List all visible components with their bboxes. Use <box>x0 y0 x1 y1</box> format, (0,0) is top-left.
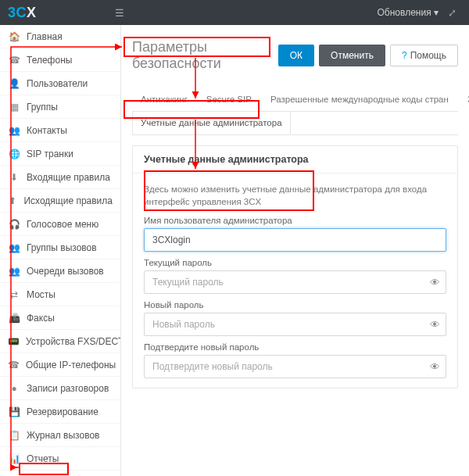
sidebar-item-queues[interactable]: 👥Очереди вызовов <box>0 259 120 283</box>
sidebar-item-label: Отчеты <box>27 453 59 464</box>
globe-icon: 🌐 <box>8 149 20 159</box>
sidebar-item-backup[interactable]: 💾Резервирование <box>0 400 120 424</box>
eye-icon[interactable]: 👁 <box>430 319 440 331</box>
panel-title: Учетные данные администратора <box>133 146 457 174</box>
sidebar-item-label: Группы вызовов <box>27 242 97 253</box>
sidebar-item-label: SIP транки <box>27 149 73 159</box>
sidebar-item-users[interactable]: 👤Пользователи <box>0 72 120 95</box>
tab-bar-row2: Учетные данные администратора <box>132 111 458 135</box>
sidebar-item-label: Мосты <box>27 289 55 300</box>
sidebar-item-recordings[interactable]: ●Записи разговоров <box>0 377 120 400</box>
current-password-label: Текущий пароль <box>144 258 446 267</box>
upload-icon: ⬆ <box>8 195 17 206</box>
sidebar-item-chat-log[interactable]: 📋Журнал чатов <box>0 471 120 476</box>
logo: 3CX <box>8 5 37 21</box>
sidebar-item-groups[interactable]: ▦Группы <box>0 95 120 119</box>
sidebar-item-label: Контакты <box>27 125 67 136</box>
sidebar-item-label: Устройства FXS/DECT <box>26 336 121 347</box>
group-icon: 👥 <box>8 242 20 253</box>
sidebar-item-label: Факсы <box>27 313 55 324</box>
sidebar-item-fxs-dect[interactable]: 📟Устройства FXS/DECT <box>0 330 120 353</box>
updates-link[interactable]: Обновления ▾ <box>378 7 439 18</box>
tab-secure-sip[interactable]: Secure SIP <box>198 88 260 111</box>
help-button[interactable]: ?Помощь <box>390 45 458 66</box>
sidebar-item-phones[interactable]: ☎Телефоны <box>0 48 120 72</box>
user-icon: 👤 <box>8 78 20 89</box>
record-icon: ● <box>8 383 20 394</box>
sidebar-item-contacts[interactable]: 👥Контакты <box>0 119 120 142</box>
sidebar-item-label: Резервирование <box>27 406 98 417</box>
eye-icon[interactable]: 👁 <box>430 361 440 373</box>
sidebar-item-call-groups[interactable]: 👥Группы вызовов <box>0 236 120 259</box>
panel-description: Здесь можно изменить учетные данные адми… <box>144 183 446 208</box>
sidebar-item-label: Журнал вызовов <box>27 430 99 441</box>
headset-icon: 🎧 <box>8 219 20 230</box>
ok-button[interactable]: ОК <box>278 45 314 66</box>
sidebar-item-label: Очереди вызовов <box>27 266 104 277</box>
sidebar-item-inbound-rules[interactable]: ⬇Входящие правила <box>0 166 120 189</box>
sidebar-item-label: Голосовое меню <box>27 219 98 230</box>
new-password-input[interactable] <box>144 313 446 336</box>
new-password-label: Новый пароль <box>144 300 446 310</box>
save-icon: 💾 <box>8 406 20 417</box>
sidebar-item-label: Входящие правила <box>27 172 110 183</box>
sidebar-item-label: Исходящие правила <box>23 195 113 206</box>
device-icon: 📟 <box>8 336 20 347</box>
current-password-input[interactable] <box>144 270 446 294</box>
phone-icon: ☎ <box>8 360 20 370</box>
sidebar-item-outbound-rules[interactable]: ⬆Исходящие правила <box>0 189 120 213</box>
phone-icon: ☎ <box>8 55 20 66</box>
page-title: Параметры безопасности <box>132 39 274 72</box>
sidebar-item-label: Телефоны <box>27 55 72 66</box>
sidebar-item-label: Главная <box>27 31 63 42</box>
chevron-down-icon: ▾ <box>434 7 439 18</box>
admin-username-label: Имя пользователя администратора <box>144 216 446 225</box>
sidebar-item-ip-phones[interactable]: ☎Общие IP-телефоны <box>0 353 120 377</box>
confirm-password-label: Подтвердите новый пароль <box>144 342 446 352</box>
tab-3cx-tunnel[interactable]: 3CX Tunnel <box>459 88 469 111</box>
sidebar-item-fax[interactable]: 📠Факсы <box>0 306 120 330</box>
queue-icon: 👥 <box>8 266 20 277</box>
sidebar-item-reports[interactable]: 📊Отчеты <box>0 447 120 471</box>
tab-country-codes[interactable]: Разрешенные международные коды стран <box>262 88 457 111</box>
admin-username-input[interactable] <box>144 228 446 252</box>
sidebar: 🏠Главная ☎Телефоны 👤Пользователи ▦Группы… <box>0 25 121 476</box>
chart-icon: 📊 <box>8 453 20 464</box>
admin-credentials-panel: Учетные данные администратора Здесь можн… <box>132 145 458 388</box>
question-icon: ? <box>402 50 407 61</box>
fax-icon: 📠 <box>8 313 20 324</box>
topbar: 3CX ☰ Обновления ▾ ⤢ <box>0 0 469 25</box>
download-icon: ⬇ <box>8 172 20 183</box>
expand-icon[interactable]: ⤢ <box>448 7 456 19</box>
sidebar-item-label: Пользователи <box>27 78 88 89</box>
sidebar-item-sip-trunks[interactable]: 🌐SIP транки <box>0 142 120 166</box>
sidebar-item-bridges[interactable]: ⇄Мосты <box>0 283 120 306</box>
tab-admin-credentials[interactable]: Учетные данные администратора <box>132 111 291 134</box>
sidebar-item-ivr[interactable]: 🎧Голосовое меню <box>0 213 120 236</box>
sidebar-item-label: Группы <box>27 102 58 113</box>
grid-icon: ▦ <box>8 102 20 113</box>
confirm-password-input[interactable] <box>144 355 446 378</box>
home-icon: 🏠 <box>8 31 20 42</box>
log-icon: 📋 <box>8 430 20 441</box>
menu-toggle-icon[interactable]: ☰ <box>115 7 124 19</box>
sidebar-item-label: Общие IP-телефоны <box>26 360 116 370</box>
contacts-icon: 👥 <box>8 125 20 136</box>
sidebar-item-home[interactable]: 🏠Главная <box>0 25 120 48</box>
sidebar-item-label: Записи разговоров <box>27 383 109 394</box>
main-content: Параметры безопасности ОК Отменить ?Помо… <box>121 25 469 476</box>
bridge-icon: ⇄ <box>8 289 20 300</box>
tab-bar: Антихакинг Secure SIP Разрешенные междун… <box>132 88 458 112</box>
tab-antihacking[interactable]: Антихакинг <box>132 88 196 111</box>
eye-icon[interactable]: 👁 <box>430 277 440 288</box>
sidebar-item-call-log[interactable]: 📋Журнал вызовов <box>0 424 120 447</box>
cancel-button[interactable]: Отменить <box>319 45 385 66</box>
